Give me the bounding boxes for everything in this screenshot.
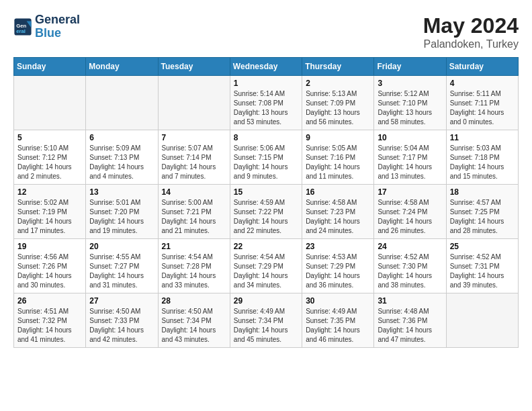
day-info: Sunrise: 4:53 AMSunset: 7:29 PMDaylight:… bbox=[306, 253, 370, 290]
day-number: 8 bbox=[234, 133, 298, 142]
calendar-cell: 2Sunrise: 5:13 AMSunset: 7:09 PMDaylight… bbox=[302, 76, 374, 130]
calendar-cell: 15Sunrise: 4:59 AMSunset: 7:22 PMDayligh… bbox=[230, 185, 302, 239]
day-number: 12 bbox=[17, 187, 82, 197]
day-number: 19 bbox=[17, 242, 82, 251]
header-tuesday: Tuesday bbox=[158, 58, 230, 76]
calendar-cell: 25Sunrise: 4:52 AMSunset: 7:31 PMDayligh… bbox=[446, 239, 518, 293]
day-number: 2 bbox=[306, 79, 370, 88]
calendar-cell: 19Sunrise: 4:56 AMSunset: 7:26 PMDayligh… bbox=[14, 239, 86, 293]
svg-text:eral: eral bbox=[16, 28, 26, 34]
header-wednesday: Wednesday bbox=[230, 58, 302, 76]
calendar-week-2: 5Sunrise: 5:10 AMSunset: 7:12 PMDaylight… bbox=[14, 130, 519, 185]
day-info: Sunrise: 5:02 AMSunset: 7:19 PMDaylight:… bbox=[17, 198, 82, 236]
day-info: Sunrise: 4:58 AMSunset: 7:24 PMDaylight:… bbox=[378, 198, 442, 236]
day-number: 15 bbox=[234, 187, 298, 197]
calendar-cell: 3Sunrise: 5:12 AMSunset: 7:10 PMDaylight… bbox=[374, 76, 446, 130]
day-info: Sunrise: 5:12 AMSunset: 7:10 PMDaylight:… bbox=[378, 89, 442, 127]
day-number: 1 bbox=[234, 79, 298, 88]
day-info: Sunrise: 5:11 AMSunset: 7:11 PMDaylight:… bbox=[450, 89, 515, 127]
day-number: 20 bbox=[89, 242, 154, 251]
day-number: 17 bbox=[378, 187, 442, 197]
calendar-cell bbox=[158, 76, 230, 130]
day-info: Sunrise: 4:52 AMSunset: 7:31 PMDaylight:… bbox=[450, 253, 515, 290]
day-number: 31 bbox=[378, 296, 442, 306]
calendar-cell: 5Sunrise: 5:10 AMSunset: 7:12 PMDaylight… bbox=[14, 130, 86, 185]
calendar-cell: 7Sunrise: 5:07 AMSunset: 7:14 PMDaylight… bbox=[158, 130, 230, 185]
header-thursday: Thursday bbox=[302, 58, 374, 76]
month-year: May 2024 bbox=[423, 13, 519, 38]
calendar-cell: 22Sunrise: 4:54 AMSunset: 7:29 PMDayligh… bbox=[230, 239, 302, 293]
day-number: 16 bbox=[306, 187, 370, 197]
header-sunday: Sunday bbox=[14, 58, 86, 76]
day-info: Sunrise: 4:48 AMSunset: 7:36 PMDaylight:… bbox=[378, 307, 442, 345]
calendar-cell bbox=[86, 76, 158, 130]
calendar-cell: 16Sunrise: 4:58 AMSunset: 7:23 PMDayligh… bbox=[302, 185, 374, 239]
calendar-cell: 17Sunrise: 4:58 AMSunset: 7:24 PMDayligh… bbox=[374, 185, 446, 239]
day-number: 9 bbox=[306, 133, 370, 142]
day-number: 14 bbox=[162, 187, 226, 197]
day-info: Sunrise: 5:01 AMSunset: 7:20 PMDaylight:… bbox=[89, 198, 154, 236]
calendar-cell: 11Sunrise: 5:03 AMSunset: 7:18 PMDayligh… bbox=[446, 130, 518, 185]
day-number: 4 bbox=[450, 79, 515, 88]
page-header: Gen eral GeneralBlue May 2024 Palandoken… bbox=[13, 13, 519, 50]
day-number: 25 bbox=[450, 242, 515, 251]
calendar-cell: 21Sunrise: 4:54 AMSunset: 7:28 PMDayligh… bbox=[158, 239, 230, 293]
day-number: 13 bbox=[89, 187, 154, 197]
day-number: 24 bbox=[378, 242, 442, 251]
calendar-cell: 4Sunrise: 5:11 AMSunset: 7:11 PMDaylight… bbox=[446, 76, 518, 130]
day-info: Sunrise: 5:07 AMSunset: 7:14 PMDaylight:… bbox=[162, 144, 226, 181]
day-number: 3 bbox=[378, 79, 442, 88]
day-info: Sunrise: 4:55 AMSunset: 7:27 PMDaylight:… bbox=[89, 253, 154, 290]
day-number: 6 bbox=[89, 133, 154, 142]
day-info: Sunrise: 4:54 AMSunset: 7:29 PMDaylight:… bbox=[234, 253, 298, 290]
day-info: Sunrise: 5:05 AMSunset: 7:16 PMDaylight:… bbox=[306, 144, 370, 181]
calendar-cell: 8Sunrise: 5:06 AMSunset: 7:15 PMDaylight… bbox=[230, 130, 302, 185]
day-number: 5 bbox=[17, 133, 82, 142]
day-number: 18 bbox=[450, 187, 515, 197]
day-number: 23 bbox=[306, 242, 370, 251]
calendar-table: SundayMondayTuesdayWednesdayThursdayFrid… bbox=[13, 57, 519, 348]
day-info: Sunrise: 5:14 AMSunset: 7:08 PMDaylight:… bbox=[234, 89, 298, 127]
day-info: Sunrise: 5:10 AMSunset: 7:12 PMDaylight:… bbox=[17, 144, 82, 181]
calendar-cell: 28Sunrise: 4:50 AMSunset: 7:34 PMDayligh… bbox=[158, 293, 230, 348]
calendar-cell: 29Sunrise: 4:49 AMSunset: 7:34 PMDayligh… bbox=[230, 293, 302, 348]
calendar-cell: 27Sunrise: 4:50 AMSunset: 7:33 PMDayligh… bbox=[86, 293, 158, 348]
day-number: 21 bbox=[162, 242, 226, 251]
calendar-cell: 13Sunrise: 5:01 AMSunset: 7:20 PMDayligh… bbox=[86, 185, 158, 239]
location: Palandoken, Turkey bbox=[423, 38, 519, 50]
day-info: Sunrise: 4:50 AMSunset: 7:33 PMDaylight:… bbox=[89, 307, 154, 345]
calendar-cell: 23Sunrise: 4:53 AMSunset: 7:29 PMDayligh… bbox=[302, 239, 374, 293]
calendar-cell: 6Sunrise: 5:09 AMSunset: 7:13 PMDaylight… bbox=[86, 130, 158, 185]
day-info: Sunrise: 4:50 AMSunset: 7:34 PMDaylight:… bbox=[162, 307, 226, 345]
calendar-cell: 10Sunrise: 5:04 AMSunset: 7:17 PMDayligh… bbox=[374, 130, 446, 185]
calendar-cell: 20Sunrise: 4:55 AMSunset: 7:27 PMDayligh… bbox=[86, 239, 158, 293]
calendar-cell: 31Sunrise: 4:48 AMSunset: 7:36 PMDayligh… bbox=[374, 293, 446, 348]
day-info: Sunrise: 5:09 AMSunset: 7:13 PMDaylight:… bbox=[89, 144, 154, 181]
day-info: Sunrise: 4:49 AMSunset: 7:34 PMDaylight:… bbox=[234, 307, 298, 345]
header-monday: Monday bbox=[86, 58, 158, 76]
day-info: Sunrise: 4:58 AMSunset: 7:23 PMDaylight:… bbox=[306, 198, 370, 236]
day-number: 11 bbox=[450, 133, 515, 142]
calendar-week-5: 26Sunrise: 4:51 AMSunset: 7:32 PMDayligh… bbox=[14, 293, 519, 348]
calendar-week-1: 1Sunrise: 5:14 AMSunset: 7:08 PMDaylight… bbox=[14, 76, 519, 130]
calendar-cell: 12Sunrise: 5:02 AMSunset: 7:19 PMDayligh… bbox=[14, 185, 86, 239]
header-saturday: Saturday bbox=[446, 58, 518, 76]
logo-icon: Gen eral bbox=[13, 17, 32, 36]
calendar-cell bbox=[446, 293, 518, 348]
title-block: May 2024 Palandoken, Turkey bbox=[423, 13, 519, 50]
day-number: 27 bbox=[89, 296, 154, 306]
day-number: 22 bbox=[234, 242, 298, 251]
header-friday: Friday bbox=[374, 58, 446, 76]
calendar-cell bbox=[14, 76, 86, 130]
day-info: Sunrise: 5:13 AMSunset: 7:09 PMDaylight:… bbox=[306, 89, 370, 127]
day-info: Sunrise: 4:57 AMSunset: 7:25 PMDaylight:… bbox=[450, 198, 515, 236]
day-info: Sunrise: 4:51 AMSunset: 7:32 PMDaylight:… bbox=[17, 307, 82, 345]
day-number: 29 bbox=[234, 296, 298, 306]
day-info: Sunrise: 4:56 AMSunset: 7:26 PMDaylight:… bbox=[17, 253, 82, 290]
day-info: Sunrise: 4:59 AMSunset: 7:22 PMDaylight:… bbox=[234, 198, 298, 236]
day-number: 7 bbox=[162, 133, 226, 142]
calendar-cell: 9Sunrise: 5:05 AMSunset: 7:16 PMDaylight… bbox=[302, 130, 374, 185]
calendar-cell: 14Sunrise: 5:00 AMSunset: 7:21 PMDayligh… bbox=[158, 185, 230, 239]
day-info: Sunrise: 4:52 AMSunset: 7:30 PMDaylight:… bbox=[378, 253, 442, 290]
day-info: Sunrise: 4:49 AMSunset: 7:35 PMDaylight:… bbox=[306, 307, 370, 345]
